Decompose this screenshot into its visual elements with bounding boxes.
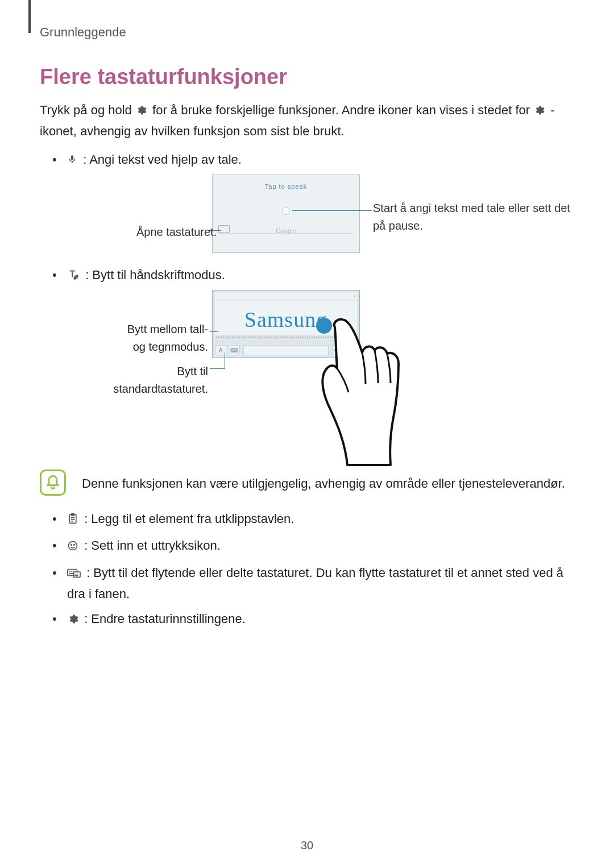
keyboard-icon: ⌨ (229, 345, 240, 355)
callout-toggle-mode: Bytt mellom tall- og tegnmodus. (117, 321, 208, 356)
note-text: Denne funksjonen kan være utilgjengelig,… (82, 470, 565, 493)
mic-icon (67, 152, 77, 171)
gear-icon (67, 611, 78, 630)
callout-line (210, 368, 225, 369)
separator (218, 233, 354, 234)
header-mark (28, 0, 31, 33)
svg-rect-1 (72, 514, 74, 516)
list-item-emoji: : Sett inn et uttrykksikon. (52, 536, 574, 557)
intro-a: Trykk på og hold (40, 103, 135, 117)
svg-point-2 (69, 542, 77, 550)
item-text-emoji: : Sett inn et uttrykksikon. (84, 538, 221, 553)
gear-icon (533, 102, 545, 122)
list-item-handwriting: : Bytt til håndskriftmodus. › Samsung A … (52, 265, 574, 460)
list-item-settings: : Endre tastaturinnstillingene. (52, 609, 574, 630)
note-box: Denne funksjonen kan være utilgjengelig,… (40, 470, 574, 496)
emoji-icon (67, 538, 78, 557)
svg-rect-6 (73, 572, 80, 577)
figure-handwriting: › Samsung A ⌨ ⌫ ↵ Bytt mellom tal (67, 290, 574, 460)
record-dot-icon (282, 207, 290, 215)
figure-voice-input: Tap to speak Google Åpne tastaturet. Sta… (67, 175, 574, 260)
item-text-handwriting: : Bytt til håndskriftmodus. (85, 268, 225, 282)
svg-point-4 (74, 545, 75, 546)
intro-b: for å bruke forskjellige funksjoner. And… (152, 103, 533, 117)
list-item-clipboard: : Legg til et element fra utklippstavlen… (52, 509, 574, 530)
item-text-clipboard: : Legg til et element fra utklippstavlen… (84, 512, 294, 526)
note-bell-icon (40, 470, 66, 496)
callout-open-keyboard: Åpne tastaturet. (136, 223, 217, 241)
gear-icon (135, 102, 147, 122)
page-number: 30 (0, 839, 614, 852)
callout-line (210, 331, 218, 332)
clipboard-icon (67, 511, 78, 530)
tap-to-speak-label: Tap to speak (213, 182, 359, 192)
item-text-settings: : Endre tastaturinnstillingene. (84, 612, 246, 626)
finger-illustration (308, 318, 421, 460)
provider-label: Google (213, 226, 359, 236)
callout-line (225, 352, 225, 368)
handwriting-icon (67, 267, 80, 286)
list-item-voice: : Angi tekst ved hjelp av tale. Tap to s… (52, 150, 574, 260)
item-text-floating: : Bytt til det flytende eller delte tast… (67, 566, 563, 601)
svg-point-3 (71, 545, 72, 546)
floating-keyboard-icon (67, 565, 81, 584)
callout-standard-keyboard: Bytt til standardtastaturet. (96, 363, 208, 398)
chevron-right-icon: › (354, 293, 355, 301)
intro-paragraph: Trykk på og hold for å bruke forskjellig… (40, 101, 574, 141)
voice-screenshot: Tap to speak Google (212, 175, 360, 253)
breadcrumb: Grunnleggende (40, 25, 574, 40)
callout-start-pause: Start å angi tekst med tale eller sett d… (373, 200, 574, 235)
list-item-floating: : Bytt til det flytende eller delte tast… (52, 563, 574, 604)
item-text-voice: : Angi tekst ved hjelp av tale. (83, 152, 242, 167)
callout-line (292, 210, 372, 211)
hw-toprow: › (215, 293, 357, 300)
page-title: Flere tastaturfunksjoner (40, 65, 574, 89)
